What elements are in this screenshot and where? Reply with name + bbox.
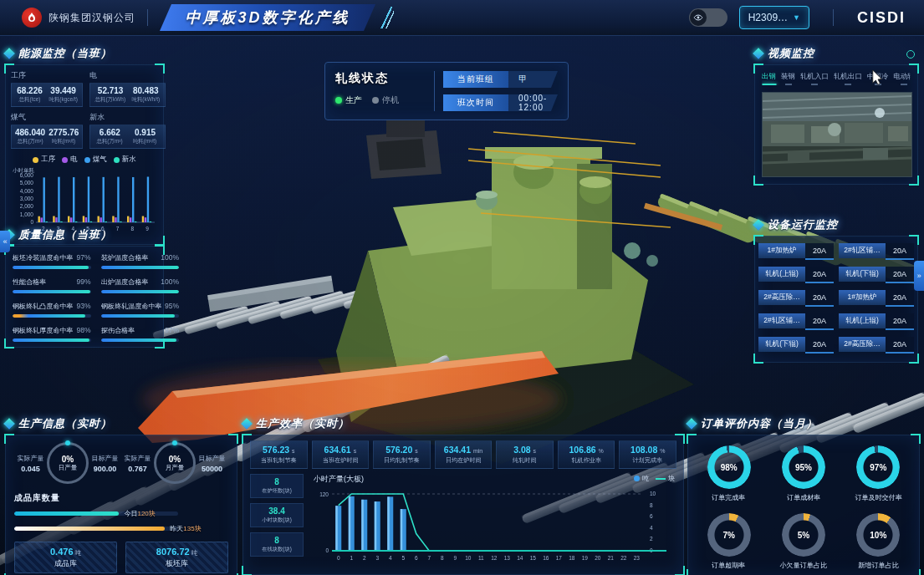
month-output-gauge: 0%月产量 xyxy=(154,442,196,484)
equipment-row: 轧机(下辊)20A2#高压除…20A xyxy=(759,337,913,354)
diamond-icon xyxy=(3,418,15,430)
visibility-toggle[interactable] xyxy=(689,8,727,27)
panel-quality-title: 质量信息（当班） xyxy=(18,227,112,242)
energy-group-card: 68.226总耗(tce) 39.449吨耗(kgce/t) xyxy=(11,83,83,107)
quality-item: 装炉温度合格率100% xyxy=(101,253,180,269)
energy-group-name: 煤气 xyxy=(11,112,83,123)
svg-text:11: 11 xyxy=(478,555,484,561)
equipment-rows: 1#加热炉20A2#轧区辅…20A轧机(上辊)20A轧机(下辊)20A2#高压除… xyxy=(754,236,918,363)
energy-group: 新水 6.662总耗(万m³) 0.915吨耗(m³/t) xyxy=(89,112,165,149)
video-tabs: 出钢装钢轧机入口轧机出口中间冷电动辊 xyxy=(762,72,911,85)
svg-text:5,000: 5,000 xyxy=(20,180,34,186)
stock-card-板坯库: 8076.72吨板坯库 xyxy=(125,542,228,573)
panel-efficiency-title: 生产效率（实时） xyxy=(256,416,350,431)
equipment-chip[interactable]: 轧机(下辊)20A xyxy=(839,267,914,283)
panel-video-title: 视频监控 xyxy=(768,46,814,61)
energy-group-name: 工序 xyxy=(11,70,83,81)
divider xyxy=(147,9,148,26)
month-target: 目标产量50000 xyxy=(196,454,228,473)
svg-text:20: 20 xyxy=(595,555,601,561)
svg-text:1,000: 1,000 xyxy=(20,211,34,217)
day-output-gauge: 0%日产量 xyxy=(47,442,89,484)
legend-producing: 生产 xyxy=(335,94,362,106)
stock-bar: 今日120块 xyxy=(14,509,228,518)
equipment-chip[interactable]: 2#高压除…20A xyxy=(839,337,914,354)
collapse-handle-left[interactable]: « xyxy=(0,231,10,252)
scheme-select[interactable]: H2309… ▼ xyxy=(739,6,809,29)
equipment-chip[interactable]: 2#高压除…20A xyxy=(758,290,834,307)
diamond-icon xyxy=(686,418,697,430)
svg-text:6,000: 6,000 xyxy=(20,172,34,178)
equipment-chip[interactable]: 2#轧区辅…20A xyxy=(839,243,914,260)
stock-cards: 0.476吨成品库 8076.72吨板坯库 xyxy=(14,542,228,573)
svg-text:12: 12 xyxy=(491,555,498,561)
equipment-chip[interactable]: 轧机(下辊)20A xyxy=(758,337,834,354)
svg-text:10: 10 xyxy=(650,491,656,496)
order-donut: 95% 订单成材率 xyxy=(768,445,839,503)
panel-line-status: 轧线状态 生产 停机 当前班组 甲 班次时间 00:00-12:00 xyxy=(324,62,569,120)
panel-expand-button[interactable] xyxy=(906,50,915,59)
equipment-chip[interactable]: 1#加热炉20A xyxy=(839,290,914,307)
quality-item: 钢板终轧凸度命中率93% xyxy=(13,302,91,318)
equipment-row: 2#高压除…20A1#加热炉20A xyxy=(759,290,913,307)
hour-chart-legend: 吨 块 xyxy=(634,474,675,483)
svg-text:9: 9 xyxy=(453,555,457,561)
svg-text:22: 22 xyxy=(620,555,627,561)
svg-text:3: 3 xyxy=(375,555,379,561)
equipment-chip[interactable]: 轧机(上辊)20A xyxy=(758,267,834,283)
video-still xyxy=(763,93,911,176)
svg-text:0: 0 xyxy=(337,555,340,561)
scheme-select-value: H2309… xyxy=(748,12,788,23)
dashboard-root: 陕钢集团汉钢公司 中厚板3D数字化产线 H2309… ▼ CISDI 能源监控（… xyxy=(0,0,924,575)
hour-chart-title: 小时产量(大板) xyxy=(314,474,364,485)
current-shift-row: 当前班组 甲 xyxy=(443,71,558,88)
efficiency-chips: 8在炉坯数(块) 38.4小时块数(块) 8在线块数(块) xyxy=(250,474,304,569)
svg-text:14: 14 xyxy=(517,555,523,561)
video-tab-轧机出口[interactable]: 轧机出口 xyxy=(834,72,862,85)
eye-icon xyxy=(690,9,707,26)
quality-item: 出炉温度合格率100% xyxy=(101,277,180,293)
order-donut: 7% 订单超期率 xyxy=(693,513,764,571)
equipment-chip[interactable]: 1#加热炉20A xyxy=(758,243,834,260)
equipment-chip[interactable]: 轧机(上辊)20A xyxy=(839,313,914,330)
equipment-row: 1#加热炉20A2#轧区辅…20A xyxy=(759,243,913,260)
energy-group-card: 6.662总耗(万m³) 0.915吨耗(m³/t) xyxy=(89,125,165,149)
svg-text:18: 18 xyxy=(569,555,575,561)
panel-efficiency: 生产效率（实时） 576.23 s当班轧制节奏 634.61 s当班在炉时间 5… xyxy=(242,415,684,575)
efficiency-chip: 38.4小时块数(块) xyxy=(250,503,304,527)
collapse-handle-right[interactable]: » xyxy=(914,261,924,291)
gray-dot-icon xyxy=(372,97,379,104)
stock-bars: 今日120块 昨天135块 xyxy=(14,509,228,533)
efficiency-card: 3.08 s纯轧时间 xyxy=(496,440,554,469)
energy-group-name: 新水 xyxy=(89,112,165,123)
svg-text:5: 5 xyxy=(401,555,405,561)
quality-item: 板坯冷装温度命中率97% xyxy=(13,253,91,269)
energy-group: 工序 68.226总耗(tce) 39.449吨耗(kgce/t) xyxy=(11,70,83,107)
video-tab-出钢[interactable]: 出钢 xyxy=(762,72,776,85)
panel-quality: 质量信息（当班） 板坯冷装温度命中率97% 装炉温度合格率100% 性能合格率9… xyxy=(5,226,164,348)
equipment-row: 轧机(上辊)20A轧机(下辊)20A xyxy=(759,267,913,283)
video-tab-电动辊[interactable]: 电动辊 xyxy=(894,72,911,85)
equipment-chip[interactable]: 2#轧区辅…20A xyxy=(758,313,834,330)
quality-item: 钢板终轧厚度命中率98% xyxy=(13,326,91,342)
svg-text:8: 8 xyxy=(650,502,653,508)
video-tab-装钢[interactable]: 装钢 xyxy=(781,72,795,85)
panel-energy-title: 能源监控（当班） xyxy=(18,46,112,61)
efficiency-card: 106.86 %轧机作业率 xyxy=(558,440,615,469)
svg-text:4,000: 4,000 xyxy=(20,188,34,194)
efficiency-card: 634.61 s当班在炉时间 xyxy=(312,440,370,469)
company-name: 陕钢集团汉钢公司 xyxy=(48,11,135,25)
panel-energy: 能源监控（当班） 工序 68.226总耗(tce) 39.449吨耗(kgce/… xyxy=(5,45,164,245)
energy-group-card: 486.040总耗(万m³) 2775.76吨耗(m³/t) xyxy=(11,125,83,149)
svg-text:0: 0 xyxy=(30,219,33,225)
svg-text:120: 120 xyxy=(319,491,329,497)
svg-text:0: 0 xyxy=(325,547,329,553)
equipment-row: 2#轧区辅…20A轧机(上辊)20A xyxy=(759,313,913,330)
month-actual: 实际产量0.767 xyxy=(121,454,154,473)
hour-output-chart: 小时产量(大板) 吨 块 120002468100123456789101112… xyxy=(310,474,676,569)
panel-equipment-title: 设备运行监控 xyxy=(768,217,838,232)
video-tab-轧机入口[interactable]: 轧机入口 xyxy=(800,72,829,85)
video-feed[interactable] xyxy=(762,92,912,177)
order-donut: 5% 小欠量订单占比 xyxy=(768,513,839,571)
svg-text:2: 2 xyxy=(650,536,653,542)
